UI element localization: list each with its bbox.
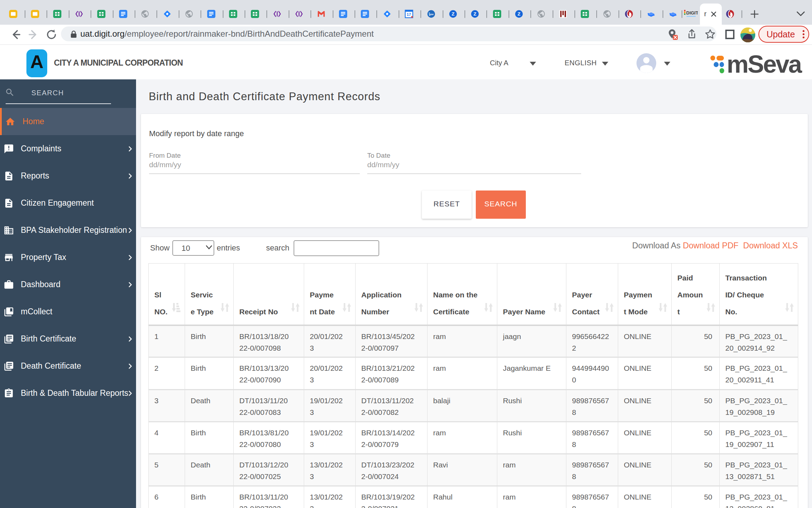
svg-text:17: 17	[407, 12, 411, 17]
svg-text:Z: Z	[473, 11, 476, 17]
svg-text:Z: Z	[451, 11, 454, 17]
svg-text:Z: Z	[517, 11, 520, 17]
svg-text:DIGIT: DIGIT	[686, 10, 698, 16]
